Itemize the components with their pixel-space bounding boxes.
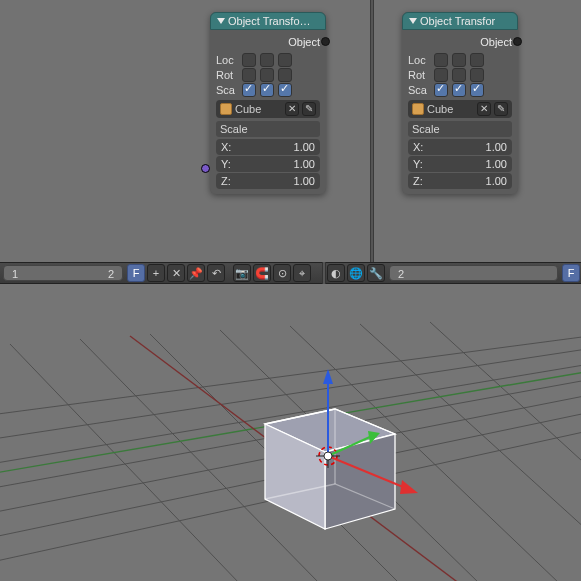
- object-name: Cube: [427, 103, 474, 115]
- scale-z-input[interactable]: Z: 1.00: [216, 173, 320, 189]
- cube-icon: [220, 103, 232, 115]
- toolbar-split[interactable]: [322, 262, 326, 284]
- svg-marker-25: [400, 480, 418, 494]
- snap-icon[interactable]: 🧲: [253, 264, 271, 282]
- svg-line-7: [10, 344, 240, 581]
- loc-y-checkbox[interactable]: [260, 53, 274, 67]
- fake-user-button[interactable]: F: [127, 264, 145, 282]
- frame-val-left2: 2: [108, 267, 114, 279]
- viewport-3d[interactable]: [0, 284, 581, 581]
- node-title: Object Transfo…: [228, 15, 311, 27]
- node-body: Object Loc Rot Sca Cube ✕: [210, 30, 326, 194]
- scale-z-label: Z:: [413, 175, 423, 187]
- scale-section-label: Scale: [408, 121, 512, 137]
- rot-z-checkbox[interactable]: [278, 68, 292, 82]
- pivot-icon[interactable]: ⊙: [273, 264, 291, 282]
- scale-y-value: 1.00: [486, 158, 507, 170]
- sca-x-checkbox[interactable]: [242, 83, 256, 97]
- parent-button[interactable]: ↶: [207, 264, 225, 282]
- rot-label: Rot: [216, 69, 238, 81]
- rot-z-checkbox[interactable]: [470, 68, 484, 82]
- scale-y-value: 1.00: [294, 158, 315, 170]
- cube-object: [265, 409, 395, 529]
- eyedropper-button[interactable]: ✎: [302, 102, 316, 116]
- node-header[interactable]: Object Transfo…: [210, 12, 326, 30]
- editor-split-divider[interactable]: [370, 0, 374, 262]
- loc-label: Loc: [408, 54, 430, 66]
- object-output-socket[interactable]: [513, 37, 522, 46]
- scale-section-label: Scale: [216, 121, 320, 137]
- output-socket-row: Object: [408, 34, 512, 52]
- node-object-transform-right[interactable]: Object Transfor Object Loc Rot Sca: [402, 12, 518, 194]
- object-output-socket[interactable]: [321, 37, 330, 46]
- output-socket-row: Object: [216, 34, 320, 52]
- header-toolbar: 1 2 F + ✕ 📌 ↶ 📷 🧲 ⊙ ⌖ ◐ 🌐 🔧 2 F: [0, 262, 581, 284]
- node-body: Object Loc Rot Sca Cube ✕: [402, 30, 518, 194]
- eyedropper-button[interactable]: ✎: [494, 102, 508, 116]
- svg-line-13: [430, 322, 581, 514]
- rot-x-checkbox[interactable]: [242, 68, 256, 82]
- loc-z-checkbox[interactable]: [278, 53, 292, 67]
- sca-z-checkbox[interactable]: [470, 83, 484, 97]
- snap-target-icon[interactable]: ⌖: [293, 264, 311, 282]
- output-label: Object: [480, 36, 512, 48]
- pin-button[interactable]: 📌: [187, 264, 205, 282]
- scale-x-value: 1.00: [294, 141, 315, 153]
- scale-x-input[interactable]: X: 1.00: [216, 139, 320, 155]
- loc-x-checkbox[interactable]: [434, 53, 448, 67]
- node-editor-bg[interactable]: Object Transfo… Object Loc Rot Sca: [0, 0, 581, 262]
- sca-label: Sca: [216, 84, 238, 96]
- clear-object-button[interactable]: ✕: [285, 102, 299, 116]
- object-name: Cube: [235, 103, 282, 115]
- scale-y-input[interactable]: Y: 1.00: [408, 156, 512, 172]
- unlink-button[interactable]: ✕: [167, 264, 185, 282]
- cube-icon: [412, 103, 424, 115]
- frame-val-right: 2: [398, 268, 404, 280]
- clear-object-button[interactable]: ✕: [477, 102, 491, 116]
- globe-icon[interactable]: 🌐: [347, 264, 365, 282]
- rot-x-checkbox[interactable]: [434, 68, 448, 82]
- loc-y-checkbox[interactable]: [452, 53, 466, 67]
- rot-y-checkbox[interactable]: [260, 68, 274, 82]
- scale-x-value: 1.00: [486, 141, 507, 153]
- scale-z-input[interactable]: Z: 1.00: [408, 173, 512, 189]
- object-selector[interactable]: Cube ✕ ✎: [216, 100, 320, 118]
- add-button[interactable]: +: [147, 264, 165, 282]
- loc-label: Loc: [216, 54, 238, 66]
- scale-x-label: X:: [221, 141, 231, 153]
- camera-icon[interactable]: 📷: [233, 264, 251, 282]
- node-title: Object Transfor: [420, 15, 495, 27]
- frame-val-left: 1: [12, 267, 18, 279]
- svg-point-28: [324, 452, 332, 460]
- frame-field-left[interactable]: 1 2: [3, 265, 123, 281]
- collapse-icon[interactable]: [217, 18, 225, 24]
- scale-x-label: X:: [413, 141, 423, 153]
- scale-x-input[interactable]: X: 1.00: [408, 139, 512, 155]
- scale-y-label: Y:: [413, 158, 423, 170]
- scale-y-input[interactable]: Y: 1.00: [216, 156, 320, 172]
- sca-z-checkbox[interactable]: [278, 83, 292, 97]
- rot-y-checkbox[interactable]: [452, 68, 466, 82]
- node-object-transform-left[interactable]: Object Transfo… Object Loc Rot Sca: [210, 12, 326, 194]
- loc-x-checkbox[interactable]: [242, 53, 256, 67]
- svg-line-3: [0, 332, 581, 419]
- shading-icon[interactable]: ◐: [327, 264, 345, 282]
- sca-x-checkbox[interactable]: [434, 83, 448, 97]
- object-selector[interactable]: Cube ✕ ✎: [408, 100, 512, 118]
- node-header[interactable]: Object Transfor: [402, 12, 518, 30]
- scale-z-value: 1.00: [294, 175, 315, 187]
- collapse-icon[interactable]: [409, 18, 417, 24]
- output-label: Object: [288, 36, 320, 48]
- wrench-icon[interactable]: 🔧: [367, 264, 385, 282]
- scale-y-label: Y:: [221, 158, 231, 170]
- sca-y-checkbox[interactable]: [452, 83, 466, 97]
- sca-label: Sca: [408, 84, 430, 96]
- sca-y-checkbox[interactable]: [260, 83, 274, 97]
- scale-z-label: Z:: [221, 175, 231, 187]
- fake-user-button-right[interactable]: F: [562, 264, 580, 282]
- rot-label: Rot: [408, 69, 430, 81]
- scale-input-socket[interactable]: [201, 164, 210, 173]
- frame-field-right[interactable]: 2: [389, 265, 558, 281]
- loc-z-checkbox[interactable]: [470, 53, 484, 67]
- scale-z-value: 1.00: [486, 175, 507, 187]
